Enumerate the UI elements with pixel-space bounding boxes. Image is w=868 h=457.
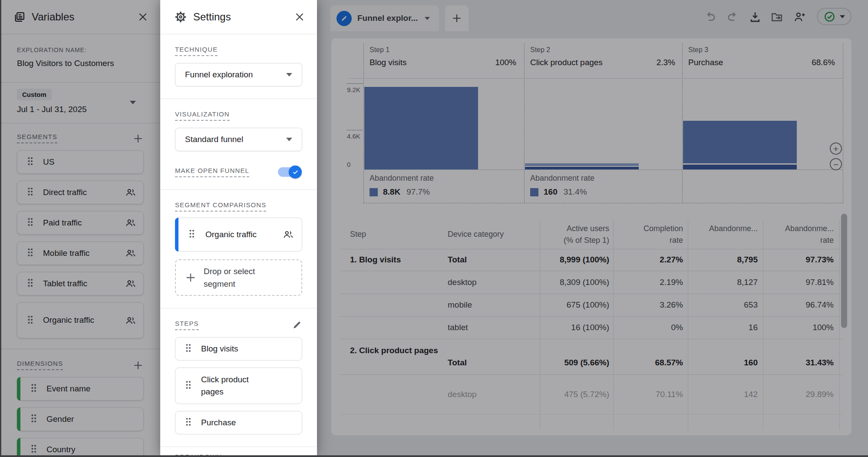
abandonment-block-1: Abandonment rate 8.8K 97.7% <box>370 174 434 197</box>
comparison-label: Organic traffic <box>205 228 257 241</box>
zoom-out-button[interactable]: − <box>830 158 842 170</box>
tab-caret-icon[interactable] <box>425 17 430 20</box>
variables-title: Variables <box>32 11 136 23</box>
drag-handle-icon[interactable] <box>27 315 33 327</box>
close-settings-icon[interactable] <box>293 10 307 24</box>
segment-card-organic-traffic[interactable]: Organic traffic <box>17 302 144 338</box>
cell-abandonments: 160 <box>744 358 758 368</box>
exploration-name-value[interactable]: Blog Visitors to Customers <box>17 59 145 68</box>
drag-handle-icon[interactable] <box>30 413 37 425</box>
funnel-visualization-card: Step 1 Blog visits100% Step 2 Click prod… <box>331 38 851 435</box>
drag-handle-icon[interactable] <box>185 417 191 429</box>
step-card-click-product-pages[interactable]: Click product pages <box>175 368 302 404</box>
step-card-blog-visits[interactable]: Blog visits <box>175 337 302 361</box>
cell-abandonments: 653 <box>744 294 758 316</box>
drop-segment-label: Drop or select segment <box>204 265 273 291</box>
drag-handle-icon[interactable] <box>27 156 33 168</box>
segment-card-paid-traffic[interactable]: Paid traffic <box>17 211 144 235</box>
step-card-purchase[interactable]: Purchase <box>175 411 302 434</box>
cell-step: 1. Blog visits <box>350 249 401 271</box>
open-funnel-label: MAKE OPEN FUNNEL <box>175 167 249 177</box>
tab-funnel-exploration[interactable]: Funnel explor... <box>330 5 439 31</box>
cell-abandonment-rate: 31.43% <box>806 358 834 368</box>
check-circle-icon <box>824 11 835 23</box>
dimension-card-event-name[interactable]: Event name <box>17 377 144 401</box>
drag-handle-icon[interactable] <box>30 383 37 395</box>
drop-segment-zone[interactable]: Drop or select segment <box>175 259 302 296</box>
table-scrollbar-thumb[interactable] <box>841 214 847 328</box>
col-header-active-users: Active users(% of Step 1) <box>564 223 609 246</box>
funnel-bar-step2-light[interactable] <box>525 163 639 166</box>
cell-completion: 2.27% <box>660 249 683 271</box>
status-caret-icon[interactable] <box>840 15 845 18</box>
edit-steps-pencil-icon[interactable] <box>292 320 302 330</box>
table-row: mobile 675 (100%) 3.26% 653 96.74% <box>331 294 851 316</box>
technique-select[interactable]: Funnel exploration <box>175 63 302 86</box>
export-folder-icon[interactable] <box>769 9 785 25</box>
drag-handle-icon[interactable] <box>27 247 33 259</box>
zoom-in-button[interactable]: + <box>830 142 842 155</box>
segment-card-direct-traffic[interactable]: Direct traffic <box>17 181 144 204</box>
cell-abandonments: 8,127 <box>737 271 758 294</box>
segment-card-us[interactable]: US <box>17 150 144 174</box>
people-icon <box>125 315 136 326</box>
funnel-step-header-3: Step 3 Purchase68.6% <box>688 46 835 67</box>
funnel-step-header-1: Step 1 Blog visits100% <box>370 46 516 67</box>
undo-icon[interactable] <box>702 9 719 25</box>
visualization-select[interactable]: Standard funnel <box>175 128 302 151</box>
segment-card-mobile-traffic[interactable]: Mobile traffic <box>17 242 144 265</box>
drag-handle-icon[interactable] <box>27 278 33 290</box>
visualization-label: VISUALIZATION <box>175 110 230 121</box>
download-icon[interactable] <box>747 9 763 25</box>
segment-comparisons-section: SEGMENT COMPARISONS Organic traffic Drop… <box>160 190 317 308</box>
variables-icon <box>13 11 26 23</box>
open-funnel-row: MAKE OPEN FUNNEL <box>175 167 302 177</box>
add-tab-button[interactable] <box>445 5 469 31</box>
table-row: desktop 8,309 (100%) 2.19% 8,127 97.81% <box>331 271 851 294</box>
segments-label: SEGMENTS <box>17 133 57 143</box>
funnel-bar-step3[interactable] <box>683 121 797 163</box>
drag-handle-icon[interactable] <box>188 228 195 241</box>
share-add-user-icon[interactable] <box>792 9 808 25</box>
table-row: desktop 475 (5.72%) 70.11% 142 29.89% <box>331 374 851 414</box>
date-caret-icon[interactable] <box>130 101 136 104</box>
drag-handle-icon[interactable] <box>30 444 37 455</box>
funnel-bar-step1[interactable] <box>364 87 478 169</box>
comparison-card-organic-traffic[interactable]: Organic traffic <box>175 218 302 252</box>
chart-bottom-divider <box>363 203 843 203</box>
step-divider <box>524 43 525 203</box>
y-tick-label: 4.6K <box>347 132 360 140</box>
segment-card-tablet-traffic[interactable]: Tablet traffic <box>17 272 144 295</box>
legend-swatch <box>530 188 538 196</box>
funnel-bar-step3-dark[interactable] <box>683 165 797 169</box>
dimension-card-gender[interactable]: Gender <box>17 407 144 431</box>
y-tick-label: 9.2K <box>347 86 360 93</box>
abandonment-label: Abandonment rate <box>530 174 594 183</box>
drag-handle-icon[interactable] <box>185 380 191 392</box>
abandonment-rate: 31.4% <box>564 187 587 197</box>
cell-completion: 68.57% <box>655 358 683 368</box>
drag-handle-icon[interactable] <box>185 343 191 355</box>
y-tick <box>347 83 363 84</box>
add-dimension-icon[interactable] <box>132 360 144 371</box>
date-range-value: Jul 1 - Jul 31, 2025 <box>17 105 145 114</box>
cell-device: Total <box>448 358 467 368</box>
open-funnel-toggle[interactable] <box>278 167 300 177</box>
table-header-row: Step Device category Active users(% of S… <box>331 219 851 249</box>
date-range-badge: Custom <box>17 89 52 100</box>
gear-icon <box>174 10 187 23</box>
funnel-bar-step2-dark[interactable] <box>525 167 639 169</box>
header-underline <box>349 78 843 79</box>
drag-handle-icon[interactable] <box>27 186 33 199</box>
cell-active-users: 675 (100%) <box>567 294 609 316</box>
saved-status-button[interactable] <box>817 8 851 25</box>
date-range-section[interactable]: Custom Jul 1 - Jul 31, 2025 <box>1 83 160 123</box>
drag-handle-icon[interactable] <box>27 217 33 229</box>
add-segment-icon[interactable] <box>132 133 144 144</box>
people-icon <box>125 248 136 259</box>
cell-abandonments: 16 <box>749 316 758 339</box>
step-number: Step 3 <box>688 46 835 54</box>
close-variables-icon[interactable] <box>136 10 150 24</box>
dimension-card-country[interactable]: Country <box>17 438 144 455</box>
redo-icon[interactable] <box>724 9 741 25</box>
